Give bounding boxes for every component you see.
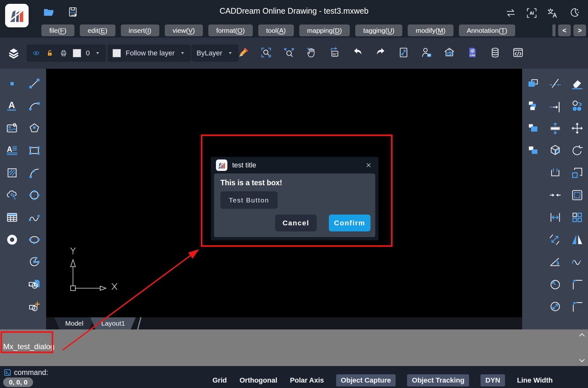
toolbar-zoom-extents[interactable] [282, 45, 296, 60]
test-button[interactable]: Test Button [220, 191, 278, 209]
toolbar-layers[interactable] [6, 46, 21, 60]
status-grid[interactable]: Grid [212, 374, 227, 386]
draw-tool-text-tool[interactable]: A [4, 98, 20, 114]
status-polar-axis[interactable]: Polar Axis [289, 374, 325, 386]
modify-tool-trim[interactable] [547, 76, 563, 92]
status-dyn[interactable]: DYN [481, 374, 505, 386]
cancel-button[interactable]: Cancel [275, 215, 317, 231]
draw-tool-polygon-tool[interactable] [26, 120, 42, 136]
modify-tool-break-tool[interactable] [547, 187, 563, 203]
modify-tool-curve-sine[interactable] [569, 254, 585, 270]
menu-item-tagging-u[interactable]: tagging(U) [355, 25, 402, 36]
modify-tool-scale-tool[interactable] [569, 165, 585, 181]
modify-tool-draworder-back2[interactable] [525, 98, 541, 114]
color-swatch[interactable] [113, 49, 121, 57]
tab-layout1[interactable]: Layout1 [90, 317, 136, 329]
layer-dropdown[interactable] [94, 50, 101, 56]
modify-tool-radius[interactable] [547, 276, 563, 292]
menu-item-insert-i[interactable]: insert(I) [121, 25, 159, 36]
menu-item-file-f[interactable]: file(F) [41, 25, 74, 36]
draw-tool-block-create-tool[interactable] [26, 299, 42, 314]
follow-layer-dropdown[interactable] [179, 50, 186, 56]
draw-tool-circle-tool[interactable] [26, 187, 42, 203]
draw-tool-mtext-tool[interactable]: A [4, 143, 20, 159]
modify-tool-angle[interactable] [547, 254, 563, 270]
dialog-close-button[interactable] [364, 160, 373, 170]
status-orthogonal[interactable]: Orthogonal [239, 374, 278, 386]
toolbar-pencil-edit[interactable] [236, 45, 251, 60]
modify-tool-offset[interactable] [547, 232, 563, 248]
header-folder-open[interactable] [42, 6, 55, 19]
modify-tool-chamfer[interactable] [569, 276, 585, 292]
confirm-button[interactable]: Confirm [329, 215, 370, 231]
menu-item-annotation-t[interactable]: Annotation(T) [459, 25, 515, 36]
dialog-titlebar[interactable]: test title [211, 157, 378, 173]
toolbar-undo[interactable] [350, 45, 365, 60]
modify-tool-draworder-mid[interactable] [525, 120, 541, 136]
toolbar-viewport-scale[interactable] [396, 45, 411, 60]
modify-tool-array[interactable] [569, 209, 585, 225]
draw-tool-arc-tool[interactable] [26, 98, 42, 114]
modify-tool-diameter[interactable] [547, 299, 563, 314]
draw-tool-line-tool[interactable] [26, 76, 42, 92]
status-line-width[interactable]: Line Width [516, 374, 553, 386]
command-history[interactable]: Mx_test_dialog [0, 329, 588, 366]
bylayer-dropdown[interactable] [227, 50, 233, 56]
modify-tool-distance[interactable] [547, 209, 563, 225]
toolbar-rotate-90[interactable]: 90° [328, 45, 342, 60]
draw-tool-pie-tool[interactable] [26, 254, 42, 270]
toolbar-zoom-window[interactable] [259, 45, 273, 60]
layer-color-swatch[interactable] [73, 49, 81, 57]
menu-item-tool-a[interactable]: tool(A) [258, 25, 294, 36]
draw-tool-arc-start-tool[interactable] [26, 165, 42, 181]
modify-tool-draworder-front[interactable] [525, 76, 541, 92]
scroll-down-icon[interactable] [578, 356, 586, 365]
modify-tool-copy-tool[interactable] [569, 98, 585, 114]
status-object-capture[interactable]: Object Capture [336, 374, 396, 386]
menu-item-format-o[interactable]: format(O) [208, 25, 253, 36]
modify-tool-fillet[interactable] [569, 299, 585, 314]
modify-tool-rotate-tool[interactable] [569, 143, 585, 159]
modify-tool-move[interactable] [569, 120, 585, 136]
draw-tool-table-tool[interactable] [4, 209, 20, 225]
modify-tool-eraser[interactable] [569, 76, 585, 92]
toolbar-eye[interactable] [32, 49, 41, 58]
draw-tool-ellipse-tool[interactable] [26, 232, 42, 248]
status-object-tracking[interactable]: Object Tracking [407, 374, 469, 386]
menu-scroll-right-button[interactable]: > [573, 25, 586, 36]
toolbar-code-editor[interactable] [511, 45, 525, 60]
modify-tool-join[interactable] [547, 165, 563, 181]
draw-tool-donut-tool[interactable] [4, 232, 20, 248]
tab-model[interactable]: Model [54, 317, 94, 329]
header-sync[interactable] [505, 7, 517, 19]
draw-tool-rectangle-tool[interactable] [26, 143, 42, 159]
menu-item-mapping-d[interactable]: mapping(D) [299, 25, 350, 36]
draw-tool-spline-tool[interactable] [26, 209, 42, 225]
header-save-web[interactable]: web [66, 6, 80, 19]
toolbar-printer[interactable] [59, 49, 68, 58]
header-translate[interactable] [547, 7, 559, 19]
toolbar-cad-file[interactable]: CAD [465, 45, 480, 60]
draw-tool-hatch-tool[interactable] [4, 165, 20, 181]
menu-item-modify-m[interactable]: modify(M) [408, 25, 453, 36]
bylayer-group[interactable]: ByLayer [191, 45, 239, 62]
app-logo[interactable] [5, 4, 29, 27]
modify-tool-box-3d[interactable] [547, 143, 563, 159]
draw-tool-revision-cloud-tool[interactable] [4, 187, 20, 203]
draw-tool-point[interactable] [4, 76, 20, 92]
follow-layer-group[interactable]: Follow the layer [107, 45, 191, 62]
scroll-up-icon[interactable] [578, 331, 586, 339]
modify-tool-mirror[interactable] [569, 232, 585, 248]
toolbar-redo[interactable] [373, 45, 388, 60]
toolbar-user-list[interactable] [419, 45, 434, 60]
modify-tool-draworder-back[interactable] [525, 143, 541, 159]
toolbar-pan-hand[interactable] [305, 45, 319, 60]
modify-tool-stretch[interactable] [547, 120, 563, 136]
header-dark-mode[interactable] [568, 7, 580, 19]
draw-tool-image-tool[interactable] [4, 120, 20, 136]
toolbar-database[interactable] [488, 45, 502, 60]
menu-item-edit-e[interactable]: edit(E) [80, 25, 115, 36]
menu-scroll-left-button[interactable]: < [558, 25, 571, 36]
draw-tool-block-insert-tool[interactable] [26, 276, 42, 292]
modify-tool-select-window[interactable] [569, 187, 585, 203]
